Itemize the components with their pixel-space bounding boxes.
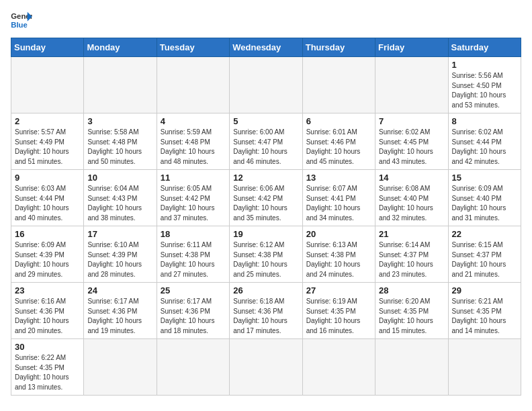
day-number: 19 — [233, 229, 298, 239]
calendar-cell: 9Sunrise: 6:03 AM Sunset: 4:44 PM Daylig… — [11, 170, 84, 226]
day-info: Sunrise: 6:14 AM Sunset: 4:37 PM Dayligh… — [379, 240, 444, 279]
day-info: Sunrise: 6:21 AM Sunset: 4:35 PM Dayligh… — [452, 297, 517, 336]
calendar-cell — [302, 57, 375, 113]
calendar-cell: 15Sunrise: 6:09 AM Sunset: 4:40 PM Dayli… — [448, 170, 521, 226]
day-info: Sunrise: 6:19 AM Sunset: 4:35 PM Dayligh… — [306, 297, 371, 336]
day-number: 21 — [379, 229, 444, 239]
day-number: 9 — [15, 173, 80, 183]
day-info: Sunrise: 5:58 AM Sunset: 4:48 PM Dayligh… — [87, 128, 152, 167]
weekday-header-friday: Friday — [375, 38, 448, 57]
day-info: Sunrise: 6:02 AM Sunset: 4:45 PM Dayligh… — [379, 128, 444, 167]
day-info: Sunrise: 6:09 AM Sunset: 4:40 PM Dayligh… — [452, 184, 517, 223]
calendar-cell: 10Sunrise: 6:04 AM Sunset: 4:43 PM Dayli… — [84, 170, 157, 226]
calendar-cell: 25Sunrise: 6:17 AM Sunset: 4:36 PM Dayli… — [157, 283, 229, 339]
day-info: Sunrise: 6:11 AM Sunset: 4:38 PM Dayligh… — [161, 240, 226, 279]
calendar-row-4: 23Sunrise: 6:16 AM Sunset: 4:36 PM Dayli… — [11, 283, 521, 339]
day-info: Sunrise: 6:06 AM Sunset: 4:42 PM Dayligh… — [233, 184, 298, 223]
day-number: 20 — [306, 229, 371, 239]
day-number: 26 — [233, 285, 298, 295]
day-number: 17 — [87, 229, 152, 239]
calendar-cell — [84, 57, 157, 113]
day-number: 6 — [306, 116, 371, 126]
day-number: 13 — [306, 173, 371, 183]
calendar-table: SundayMondayTuesdayWednesdayThursdayFrid… — [11, 38, 521, 396]
calendar-cell — [375, 339, 448, 396]
calendar-cell: 30Sunrise: 6:22 AM Sunset: 4:35 PM Dayli… — [11, 339, 84, 396]
calendar-cell — [302, 339, 375, 396]
day-number: 14 — [379, 173, 444, 183]
calendar-row-1: 2Sunrise: 5:57 AM Sunset: 4:49 PM Daylig… — [11, 113, 521, 170]
calendar-cell: 18Sunrise: 6:11 AM Sunset: 4:38 PM Dayli… — [157, 226, 229, 283]
day-info: Sunrise: 6:05 AM Sunset: 4:42 PM Dayligh… — [161, 184, 226, 223]
day-info: Sunrise: 6:22 AM Sunset: 4:35 PM Dayligh… — [15, 353, 80, 392]
day-info: Sunrise: 6:00 AM Sunset: 4:47 PM Dayligh… — [233, 128, 298, 167]
day-number: 16 — [15, 229, 80, 239]
day-number: 2 — [15, 116, 80, 126]
calendar-cell: 17Sunrise: 6:10 AM Sunset: 4:39 PM Dayli… — [84, 226, 157, 283]
calendar-cell: 21Sunrise: 6:14 AM Sunset: 4:37 PM Dayli… — [375, 226, 448, 283]
calendar-cell — [84, 339, 157, 396]
day-info: Sunrise: 6:12 AM Sunset: 4:38 PM Dayligh… — [233, 240, 298, 279]
calendar-cell: 23Sunrise: 6:16 AM Sunset: 4:36 PM Dayli… — [11, 283, 84, 339]
day-number: 29 — [452, 285, 517, 295]
calendar-cell: 26Sunrise: 6:18 AM Sunset: 4:36 PM Dayli… — [230, 283, 302, 339]
day-info: Sunrise: 6:17 AM Sunset: 4:36 PM Dayligh… — [161, 297, 226, 336]
calendar-cell: 27Sunrise: 6:19 AM Sunset: 4:35 PM Dayli… — [302, 283, 375, 339]
day-info: Sunrise: 5:59 AM Sunset: 4:48 PM Dayligh… — [161, 128, 226, 167]
calendar-cell: 14Sunrise: 6:08 AM Sunset: 4:40 PM Dayli… — [375, 170, 448, 226]
calendar-cell: 8Sunrise: 6:02 AM Sunset: 4:44 PM Daylig… — [448, 113, 521, 170]
calendar-row-0: 1Sunrise: 5:56 AM Sunset: 4:50 PM Daylig… — [11, 57, 521, 113]
day-info: Sunrise: 6:20 AM Sunset: 4:35 PM Dayligh… — [379, 297, 444, 336]
calendar-cell: 29Sunrise: 6:21 AM Sunset: 4:35 PM Dayli… — [448, 283, 521, 339]
logo-icon: General Blue — [11, 11, 32, 30]
calendar-cell: 19Sunrise: 6:12 AM Sunset: 4:38 PM Dayli… — [230, 226, 302, 283]
calendar-cell: 4Sunrise: 5:59 AM Sunset: 4:48 PM Daylig… — [157, 113, 229, 170]
calendar-cell — [157, 339, 229, 396]
weekday-header-sunday: Sunday — [11, 38, 84, 57]
calendar-cell: 5Sunrise: 6:00 AM Sunset: 4:47 PM Daylig… — [230, 113, 302, 170]
day-info: Sunrise: 6:03 AM Sunset: 4:44 PM Dayligh… — [15, 184, 80, 223]
day-info: Sunrise: 6:10 AM Sunset: 4:39 PM Dayligh… — [87, 240, 152, 279]
day-number: 11 — [161, 173, 226, 183]
weekday-header-tuesday: Tuesday — [157, 38, 229, 57]
day-info: Sunrise: 6:07 AM Sunset: 4:41 PM Dayligh… — [306, 184, 371, 223]
logo: General Blue — [11, 11, 32, 30]
day-number: 3 — [87, 116, 152, 126]
calendar-cell: 12Sunrise: 6:06 AM Sunset: 4:42 PM Dayli… — [230, 170, 302, 226]
calendar-cell — [375, 57, 448, 113]
day-number: 5 — [233, 116, 298, 126]
day-info: Sunrise: 6:17 AM Sunset: 4:36 PM Dayligh… — [87, 297, 152, 336]
calendar-cell: 24Sunrise: 6:17 AM Sunset: 4:36 PM Dayli… — [84, 283, 157, 339]
day-info: Sunrise: 6:16 AM Sunset: 4:36 PM Dayligh… — [15, 297, 80, 336]
day-number: 8 — [452, 116, 517, 126]
day-info: Sunrise: 6:04 AM Sunset: 4:43 PM Dayligh… — [87, 184, 152, 223]
calendar-cell: 11Sunrise: 6:05 AM Sunset: 4:42 PM Dayli… — [157, 170, 229, 226]
calendar-header-row: SundayMondayTuesdayWednesdayThursdayFrid… — [11, 38, 521, 57]
day-number: 7 — [379, 116, 444, 126]
day-info: Sunrise: 6:18 AM Sunset: 4:36 PM Dayligh… — [233, 297, 298, 336]
day-number: 15 — [452, 173, 517, 183]
day-info: Sunrise: 5:56 AM Sunset: 4:50 PM Dayligh… — [452, 71, 517, 110]
weekday-header-monday: Monday — [84, 38, 157, 57]
day-number: 25 — [161, 285, 226, 295]
day-number: 30 — [15, 342, 80, 352]
day-info: Sunrise: 6:09 AM Sunset: 4:39 PM Dayligh… — [15, 240, 80, 279]
calendar-cell — [11, 57, 84, 113]
calendar-cell: 1Sunrise: 5:56 AM Sunset: 4:50 PM Daylig… — [448, 57, 521, 113]
calendar-cell: 13Sunrise: 6:07 AM Sunset: 4:41 PM Dayli… — [302, 170, 375, 226]
day-number: 27 — [306, 285, 371, 295]
svg-text:Blue: Blue — [11, 21, 28, 29]
calendar-row-5: 30Sunrise: 6:22 AM Sunset: 4:35 PM Dayli… — [11, 339, 521, 396]
calendar-row-3: 16Sunrise: 6:09 AM Sunset: 4:39 PM Dayli… — [11, 226, 521, 283]
day-number: 23 — [15, 285, 80, 295]
day-number: 1 — [452, 60, 517, 70]
calendar-cell: 16Sunrise: 6:09 AM Sunset: 4:39 PM Dayli… — [11, 226, 84, 283]
calendar-cell — [230, 57, 302, 113]
calendar-cell: 3Sunrise: 5:58 AM Sunset: 4:48 PM Daylig… — [84, 113, 157, 170]
day-number: 28 — [379, 285, 444, 295]
day-number: 4 — [161, 116, 226, 126]
day-info: Sunrise: 6:08 AM Sunset: 4:40 PM Dayligh… — [379, 184, 444, 223]
page-header: General Blue — [11, 11, 521, 30]
calendar-cell: 7Sunrise: 6:02 AM Sunset: 4:45 PM Daylig… — [375, 113, 448, 170]
weekday-header-saturday: Saturday — [448, 38, 521, 57]
